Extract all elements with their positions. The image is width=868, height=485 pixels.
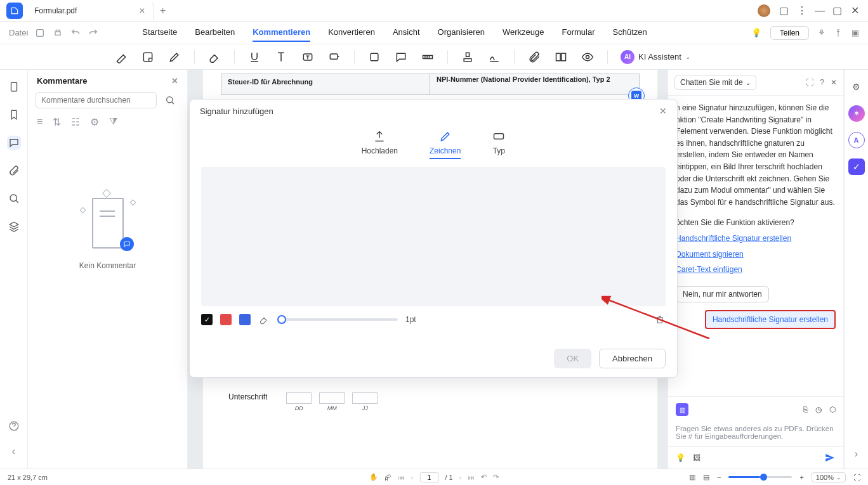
menu-bearbeiten[interactable]: Bearbeiten [195, 23, 235, 42]
attach-icon[interactable] [527, 50, 541, 64]
highlighter-icon[interactable] [114, 50, 128, 64]
ai-assistant-button[interactable]: AI KI Assistent ⌄ [621, 50, 690, 64]
rr-translate-icon[interactable]: A [848, 132, 865, 148]
print-icon[interactable] [52, 27, 63, 39]
save-icon[interactable] [34, 27, 46, 39]
last-page-icon[interactable]: ⏭ [468, 474, 475, 481]
ai-send-icon[interactable] [824, 452, 836, 463]
date-yy-input[interactable] [352, 392, 378, 404]
search-rail-icon[interactable] [7, 191, 21, 205]
next-page-icon[interactable]: › [459, 474, 462, 481]
comments-icon[interactable] [7, 136, 21, 150]
minimize-icon[interactable]: ― [815, 5, 824, 16]
rr-settings-icon[interactable]: ⚙ [848, 79, 865, 95]
ai-link-signature[interactable]: Handschriftliche Signatur erstellen [676, 233, 791, 245]
ai-help-icon[interactable]: ? [820, 78, 824, 87]
close-comments-icon[interactable]: ✕ [171, 76, 178, 86]
menu-schuetzen[interactable]: Schützen [613, 23, 647, 42]
redo-icon[interactable] [88, 27, 99, 39]
visibility-icon[interactable] [581, 50, 595, 64]
ai-settings-icon[interactable]: ⬡ [829, 405, 836, 414]
cloud-upload-icon[interactable]: ⭱ [834, 28, 843, 37]
signature-icon[interactable] [487, 50, 501, 64]
ai-copy-icon[interactable]: ⎘ [803, 405, 808, 414]
prev-page-icon[interactable]: ‹ [411, 474, 414, 481]
zoom-value-select[interactable]: 100%⌄ [812, 472, 846, 482]
rr-collapse-icon[interactable]: › [855, 448, 858, 469]
menu-kommentieren[interactable]: Kommentieren [253, 23, 310, 42]
filter-list-icon[interactable]: ≡ [37, 116, 43, 128]
ai-suggestion-chip[interactable]: Handschriftliche Signatur erstellen [705, 310, 836, 329]
callout-icon[interactable] [327, 50, 341, 64]
help-icon[interactable] [7, 419, 21, 433]
shape-icon[interactable] [367, 50, 381, 64]
color-red-swatch[interactable] [220, 314, 232, 325]
tab-upload[interactable]: Hochladen [362, 130, 398, 159]
filter-sort-icon[interactable]: ⇅ [53, 116, 61, 128]
zoom-slider[interactable] [728, 476, 792, 478]
zoom-out-icon[interactable]: − [717, 474, 721, 481]
document-tab[interactable]: Formular.pdf ✕ [27, 1, 154, 20]
layers-icon[interactable] [7, 219, 21, 233]
date-mm-input[interactable] [319, 392, 345, 404]
stamp-icon[interactable] [461, 50, 475, 64]
text-box-icon[interactable] [301, 50, 315, 64]
comment-bubble-icon[interactable] [394, 50, 408, 64]
bookmark-icon[interactable] [7, 108, 21, 122]
eraser-tool-icon[interactable] [207, 50, 221, 64]
tab-draw[interactable]: Zeichnen [430, 130, 461, 159]
lightbulb-icon[interactable]: 💡 [751, 28, 761, 37]
cancel-button[interactable]: Abbrechen [599, 349, 666, 368]
ai-link-caret[interactable]: Caret-Text einfügen [676, 264, 742, 276]
rotate-right-icon[interactable]: ↷ [493, 473, 499, 481]
filter-bars-icon[interactable]: ☷ [71, 116, 80, 128]
menu-ansicht[interactable]: Ansicht [393, 23, 420, 42]
select-tool-icon[interactable]: ⮳ [385, 474, 391, 481]
close-window-icon[interactable]: ✕ [850, 4, 859, 16]
color-black-swatch[interactable] [201, 314, 213, 325]
underline-icon[interactable] [247, 50, 261, 64]
menu-konvertieren[interactable]: Konvertieren [328, 23, 375, 42]
ai-image-icon[interactable]: 🖼 [693, 453, 700, 462]
tab-type[interactable]: Typ [492, 130, 505, 159]
share-link-icon[interactable]: ⚘ [818, 28, 825, 37]
ai-expand-icon[interactable]: ⛶ [806, 78, 813, 87]
zoom-in-icon[interactable]: + [799, 474, 803, 481]
text-tool-icon[interactable] [274, 50, 288, 64]
ai-mode-select[interactable]: Chatten Sie mit de ⌄ [674, 75, 756, 90]
modal-close-icon[interactable]: ✕ [659, 106, 667, 116]
fit-width-icon[interactable]: ▥ [689, 473, 695, 481]
page-number-input[interactable] [419, 472, 438, 482]
attachments-icon[interactable] [7, 164, 21, 178]
comments-search-input[interactable] [36, 92, 157, 108]
fit-page-icon[interactable]: ▤ [703, 473, 709, 481]
panel-toggle-icon[interactable]: ▣ [852, 28, 859, 37]
clear-signature-icon[interactable] [654, 314, 666, 325]
maximize-icon[interactable]: ▢ [832, 4, 841, 16]
first-page-icon[interactable]: ⏮ [398, 474, 405, 481]
search-icon[interactable] [161, 92, 180, 108]
user-avatar[interactable] [758, 4, 770, 17]
filter-funnel-icon[interactable]: ⧩ [109, 116, 117, 128]
more-icon[interactable]: ⋮ [797, 4, 806, 16]
measure-icon[interactable] [421, 50, 435, 64]
undo-icon[interactable] [70, 27, 81, 39]
fullscreen-icon[interactable]: ⛶ [853, 474, 860, 481]
rr-check-icon[interactable]: ✓ [848, 158, 865, 175]
ai-doc-badge-icon[interactable]: ▥ [676, 403, 688, 416]
sticky-note-icon[interactable] [141, 50, 155, 64]
eraser-icon[interactable] [258, 314, 270, 325]
menu-formular[interactable]: Formular [562, 23, 595, 42]
compare-icon[interactable] [554, 50, 568, 64]
hand-tool-icon[interactable]: ✋ [369, 473, 378, 481]
rr-ai-icon[interactable]: ✶ [848, 105, 865, 122]
filter-adjust-icon[interactable]: ⚙ [90, 116, 99, 128]
ai-idea-icon[interactable]: 💡 [676, 453, 685, 462]
menu-file[interactable]: Datei [9, 28, 28, 37]
share-button[interactable]: Teilen [770, 26, 809, 40]
pages-icon[interactable] [7, 80, 21, 94]
add-tab-button[interactable]: + [154, 5, 172, 16]
ok-button[interactable]: OK [554, 349, 591, 368]
signature-canvas[interactable] [201, 167, 666, 306]
ai-no-button[interactable]: Nein, nur mir antworten [676, 286, 769, 302]
